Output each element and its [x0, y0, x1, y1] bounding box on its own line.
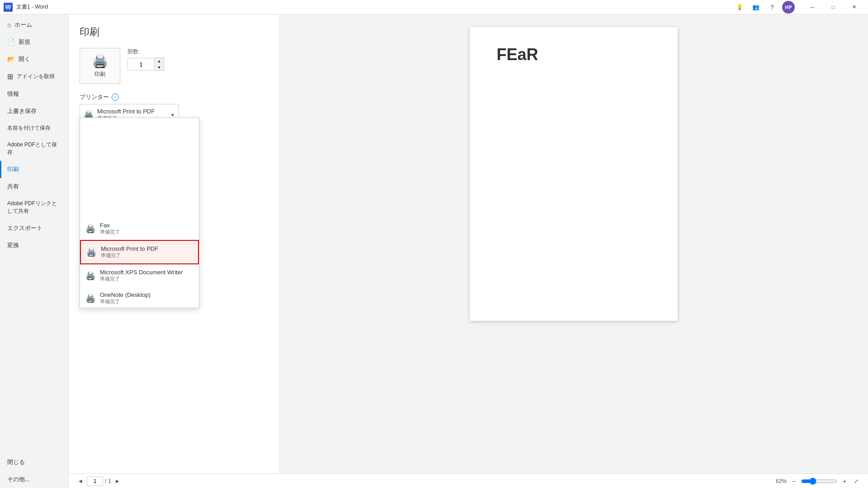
copies-group: 部数: ▲ ▼ [127, 48, 164, 71]
copies-input[interactable] [127, 58, 155, 70]
sidebar-item-close[interactable]: 閉じる [0, 454, 68, 471]
sidebar-item-home-label: ホーム [14, 21, 32, 29]
titlebar: W 文書1 - Word 💡 👥 ? HP ─ □ ✕ [0, 0, 868, 14]
minimize-button[interactable]: ─ [802, 0, 823, 14]
app-body: ⌂ ホーム 📄 新規 📂 開く ⊞ アドインを取得 情報 上書き保存 名前を付け… [0, 14, 868, 488]
pdf-printer-status: 準備完了 [101, 252, 193, 259]
onenote-desktop-text: OneNote (Desktop) 準備完了 [100, 291, 193, 305]
sidebar-item-overwrite[interactable]: 上書き保存 [0, 103, 68, 120]
sidebar-item-export[interactable]: エクスポート [0, 220, 68, 237]
open-icon: 📂 [7, 56, 15, 63]
sidebar-item-adobeshare-label: Adobe PDFリンクとして共有 [7, 200, 61, 215]
sidebar-item-share-label: 共有 [7, 183, 19, 191]
zoom-out-button[interactable]: − [789, 477, 798, 486]
sidebar-item-print[interactable]: 印刷 [0, 161, 68, 178]
sidebar-item-saveas-label: 名前を付けて保存 [7, 124, 51, 132]
print-button-container: 🖨️ 印刷 部数: ▲ ▼ [80, 48, 268, 84]
titlebar-title: 文書1 - Word [16, 3, 733, 11]
copies-spinners: ▲ ▼ [155, 57, 164, 71]
printer-dropdown-list: 🖨️ Fax 準備完了 🖨️ Microsoft Print to PDF 準備… [80, 118, 199, 308]
total-pages: 1 [108, 478, 111, 484]
fax-printer-icon: 🖨️ [85, 224, 95, 234]
sidebar-item-addin[interactable]: ⊞ アドインを取得 [0, 68, 68, 85]
fax-printer-name: Fax [100, 222, 193, 229]
zoom-in-button[interactable]: + [840, 477, 849, 486]
zoom-percent: 62% [776, 478, 787, 484]
content: 印刷 🖨️ 印刷 部数: ▲ ▼ [69, 14, 868, 488]
sidebar-item-other-label: その他... [7, 475, 30, 483]
pdf-printer-text: Microsoft Print to PDF 準備完了 [101, 245, 193, 259]
fax-printer-text: Fax 準備完了 [100, 222, 193, 235]
pdf-printer-icon: 🖨️ [86, 247, 96, 257]
print-button[interactable]: 🖨️ 印刷 [80, 48, 120, 84]
copies-label: 部数: [127, 48, 164, 56]
bottom-bar: ◀ / 1 ▶ 62% − + ⤢ [69, 474, 868, 488]
xps-printer-icon: 🖨️ [85, 271, 95, 281]
sidebar-item-convert[interactable]: 変換 [0, 237, 68, 254]
dropdown-scroll-space [80, 118, 199, 217]
pdf-printer-name: Microsoft Print to PDF [101, 245, 193, 252]
sidebar-item-print-label: 印刷 [7, 165, 19, 174]
sidebar-item-info-label: 情報 [7, 90, 19, 98]
addin-icon: ⊞ [7, 72, 13, 81]
printer-info-icon[interactable]: i [112, 94, 119, 101]
sidebar-item-adobeshare[interactable]: Adobe PDFリンクとして共有 [0, 195, 68, 220]
user-avatar[interactable]: HP [782, 1, 795, 14]
xps-printer-text: Microsoft XPS Document Writer 準備完了 [100, 269, 193, 282]
printer-option-onenote-desktop[interactable]: 🖨️ OneNote (Desktop) 準備完了 [80, 287, 199, 308]
sidebar-item-open-label: 開く [19, 55, 30, 63]
sidebar-item-new-label: 新規 [19, 38, 30, 46]
copies-decrement-button[interactable]: ▼ [155, 64, 164, 70]
document-content: FEaR [470, 27, 678, 82]
people-icon[interactable]: 👥 [750, 1, 762, 14]
sidebar-item-other[interactable]: その他... [0, 471, 68, 488]
lightbulb-icon[interactable]: 💡 [733, 1, 746, 14]
app-icon: W [4, 3, 13, 12]
sidebar-item-share[interactable]: 共有 [0, 178, 68, 195]
current-page-input[interactable] [87, 476, 103, 486]
printer-option-fax[interactable]: 🖨️ Fax 準備完了 [80, 217, 199, 240]
onenote-desktop-name: OneNote (Desktop) [100, 291, 193, 298]
chevron-down-icon: ▼ [170, 113, 175, 117]
sidebar-item-overwrite-label: 上書き保存 [7, 107, 37, 115]
home-icon: ⌂ [7, 21, 11, 28]
sidebar-item-adobesave[interactable]: Adobe PDFとして保存 [0, 136, 68, 161]
printer-dropdown: 🖨️ Fax 準備完了 🖨️ Microsoft Print to PDF 準備… [80, 117, 199, 308]
copies-input-wrapper: ▲ ▼ [127, 57, 164, 71]
onenote-desktop-status: 準備完了 [100, 298, 193, 305]
sidebar-item-new[interactable]: 📄 新規 [0, 33, 68, 51]
copies-increment-button[interactable]: ▲ [155, 58, 164, 64]
sidebar-item-export-label: エクスポート [7, 224, 42, 232]
sidebar-item-convert-label: 変換 [7, 241, 19, 249]
close-button[interactable]: ✕ [844, 0, 864, 14]
fax-printer-status: 準備完了 [100, 229, 193, 235]
onenote-desktop-icon: 🖨️ [85, 293, 95, 303]
next-page-button[interactable]: ▶ [113, 477, 122, 486]
new-icon: 📄 [7, 38, 15, 46]
sidebar-item-open[interactable]: 📂 開く [0, 51, 68, 68]
prev-page-button[interactable]: ◀ [76, 477, 85, 486]
sidebar-item-info[interactable]: 情報 [0, 85, 68, 103]
sidebar-item-adobesave-label: Adobe PDFとして保存 [7, 141, 61, 156]
preview-area: FEaR [279, 14, 868, 474]
zoom-slider[interactable] [801, 478, 837, 485]
help-icon[interactable]: ? [766, 1, 778, 14]
printer-option-xps[interactable]: 🖨️ Microsoft XPS Document Writer 準備完了 [80, 264, 199, 287]
page-navigation: ◀ / 1 ▶ [76, 476, 122, 486]
sidebar-item-saveas[interactable]: 名前を付けて保存 [0, 120, 68, 136]
sidebar-item-home[interactable]: ⌂ ホーム [0, 16, 68, 33]
print-area: 印刷 🖨️ 印刷 部数: ▲ ▼ [69, 14, 868, 474]
printer-select-name: Microsoft Print to PDF [97, 108, 170, 115]
printer-option-pdf[interactable]: 🖨️ Microsoft Print to PDF 準備完了 [80, 240, 199, 264]
sidebar-item-close-label: 閉じる [7, 458, 25, 466]
sidebar-item-addin-label: アドインを取得 [17, 73, 55, 80]
preview-paper: FEaR [470, 27, 678, 321]
page-separator: / [105, 478, 106, 484]
zoom-fit-button[interactable]: ⤢ [852, 477, 861, 486]
print-panel: 印刷 🖨️ 印刷 部数: ▲ ▼ [69, 14, 279, 474]
print-title: 印刷 [80, 25, 268, 39]
xps-printer-status: 準備完了 [100, 276, 193, 282]
maximize-button[interactable]: □ [823, 0, 844, 14]
sidebar: ⌂ ホーム 📄 新規 📂 開く ⊞ アドインを取得 情報 上書き保存 名前を付け… [0, 14, 69, 488]
zoom-area: 62% − + ⤢ [776, 477, 861, 486]
